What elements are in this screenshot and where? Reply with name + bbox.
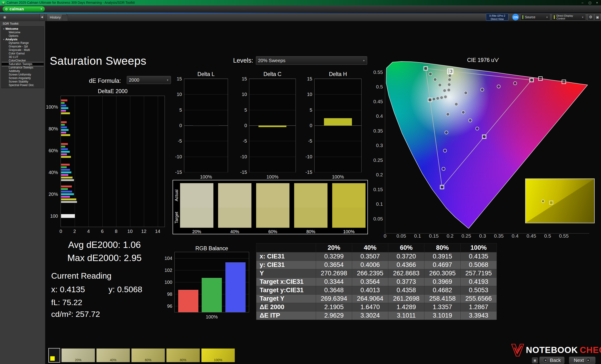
back-button[interactable]: ◄ Back xyxy=(540,357,564,364)
tree-item-colorchecker[interactable]: ColorChecker xyxy=(2,59,44,62)
swatch-columns: 20%40%60%80%100% xyxy=(173,180,367,234)
table-row-label: y: CIE31 xyxy=(256,261,316,269)
cie-zoom-inset xyxy=(525,179,595,223)
table-cell: 0.4358 xyxy=(388,286,424,295)
sidebar-collapse-button[interactable]: ◀ xyxy=(40,14,44,20)
maximize-button[interactable]: ▢ xyxy=(586,0,593,5)
pattern-window-button[interactable]: ▣ xyxy=(532,357,538,363)
measured-point xyxy=(444,95,447,98)
gridline xyxy=(184,157,228,157)
table-column-header xyxy=(256,243,316,252)
tree-item-dynamic-range[interactable]: Dynamic Range xyxy=(2,41,44,45)
tree-root-item[interactable]: ▾Analysis xyxy=(2,38,44,41)
pattern-thumbnail-20%[interactable]: 20% xyxy=(61,348,95,362)
measured-point xyxy=(440,96,443,99)
current-reading-dot xyxy=(449,70,451,72)
pattern-thumbnail-100%[interactable]: 100% xyxy=(201,348,235,362)
gridline xyxy=(315,125,361,126)
target-point xyxy=(562,80,566,84)
tree-item-welcome[interactable]: Welcome xyxy=(2,31,44,34)
pattern-thumbnail-80%[interactable]: 80% xyxy=(166,348,200,362)
table-row-label: x: CIE31 xyxy=(256,252,316,261)
cie-tick-label: 0.4 xyxy=(376,113,383,119)
table-row: Target x:CIE310.33440.35640.37730.39690.… xyxy=(256,278,497,286)
source-dropdown[interactable]: Source ▼ xyxy=(520,14,550,21)
tree-item-color-gamut[interactable]: Color Gamut xyxy=(2,52,44,55)
calman-gear-icon: ⚙ xyxy=(5,7,8,11)
tree-root-label: Analysis xyxy=(5,38,17,41)
tree-root-item[interactable]: ▾Welcome xyxy=(2,27,44,31)
delta-l-title: Delta L xyxy=(184,71,228,77)
de-bar xyxy=(61,201,77,203)
de-bar xyxy=(61,188,68,190)
tree-item-spectral-power-dist-[interactable]: Spectral Power Dist. xyxy=(2,84,44,87)
pattern-thumbnail-60%[interactable]: 60% xyxy=(131,348,165,362)
pattern-window-badge[interactable]: 235 xyxy=(512,14,519,20)
layout-expand-button[interactable]: ▣ xyxy=(594,14,601,21)
display-control-dropdown[interactable]: Direct Display Control ▼ xyxy=(552,14,586,21)
settings-gear-button[interactable]: ⚙ xyxy=(587,14,594,21)
measured-point xyxy=(464,91,467,95)
tree-expander-icon[interactable]: ▾ xyxy=(3,27,4,31)
tree-item-grayscale-multi[interactable]: Grayscale - Multi xyxy=(2,48,44,52)
de-bar xyxy=(61,105,66,106)
tree-item-3d-lut[interactable]: 3D LUT xyxy=(2,55,44,59)
tree-item-additivity[interactable]: Additivity xyxy=(2,69,44,73)
tree-item-saturation-sweeps[interactable]: Saturation Sweeps xyxy=(2,62,44,66)
home-icon[interactable]: ◉ xyxy=(2,14,8,20)
table-cell: 262.8683 xyxy=(388,269,424,278)
pattern-thumbnail-selected[interactable] xyxy=(48,348,60,363)
swatch-80%: 80% xyxy=(294,183,328,228)
measured-point xyxy=(461,111,465,114)
table-row: y: CIE310.36540.40060.43660.46970.5068 xyxy=(256,261,497,269)
swatch-label: 100% xyxy=(332,229,366,234)
pattern-thumbnail-40%[interactable]: 40% xyxy=(97,348,130,362)
de-bar xyxy=(61,121,67,123)
de-bar xyxy=(61,193,74,195)
de-bar xyxy=(61,151,70,153)
next-button[interactable]: Next ► xyxy=(569,357,595,364)
x-tick-label: 4 xyxy=(87,229,90,234)
table-cell: 1.6470 xyxy=(352,303,388,311)
delta-c-x-label: 100% xyxy=(249,174,296,180)
levels-dropdown[interactable]: 20% Sweeps ▼ xyxy=(256,56,367,65)
measured-point xyxy=(448,74,451,77)
tree-item-screen-angularity[interactable]: Screen Angularity xyxy=(2,77,44,80)
thumbnail-label: 40% xyxy=(97,358,130,362)
swatch-target xyxy=(218,208,251,228)
de-bar xyxy=(61,146,65,147)
table-cell: 0.4006 xyxy=(352,261,388,269)
cie-tick-label: 0.4 xyxy=(511,233,519,238)
table-row-label: Target y:CIE31 xyxy=(256,286,316,295)
measured-point xyxy=(469,119,472,122)
delta-c-title: Delta C xyxy=(249,71,296,77)
back-button-label: Back xyxy=(550,357,561,363)
value-bar xyxy=(259,125,286,127)
tree-item-options[interactable]: Options xyxy=(2,34,44,38)
pattern-swatch-icon xyxy=(50,356,55,361)
x-tick-label: 10 xyxy=(128,229,133,234)
swatch-label: 80% xyxy=(294,229,328,234)
table-cell: 0.4013 xyxy=(352,286,388,295)
tree-item-screen-uniformity[interactable]: Screen Uniformity xyxy=(2,73,44,77)
meter-button[interactable]: X-Rite i1Pro 2 Direct View xyxy=(486,14,509,21)
target-point xyxy=(424,67,428,70)
de-bar xyxy=(61,99,67,101)
avg-de2000-value: Avg dE2000: 1.06 xyxy=(52,240,157,250)
table-column-header: 20% xyxy=(316,243,352,252)
minimize-button[interactable]: – xyxy=(579,0,586,5)
tree-item-screen-stability[interactable]: Screen Stability xyxy=(2,80,44,84)
tree-item-grayscale-2pt[interactable]: Grayscale - 2pt xyxy=(2,45,44,48)
tree-expander-icon[interactable]: ▾ xyxy=(3,38,4,41)
tree-item-luminance-sweeps[interactable]: Luminance Sweeps xyxy=(2,66,44,69)
table-cell: 257.7195 xyxy=(461,269,497,278)
new-tab-stub[interactable] xyxy=(62,15,68,21)
calman-menu-button[interactable]: ⚙ calman ▼ xyxy=(2,6,45,12)
close-button[interactable]: × xyxy=(593,0,601,5)
chevron-down-icon: ▼ xyxy=(581,16,584,19)
de-formula-dropdown[interactable]: 2000 ▼ xyxy=(127,76,171,84)
chevron-down-icon: ▼ xyxy=(166,79,169,81)
x-tick-label: 6 xyxy=(101,229,103,234)
table-cell: 260.3095 xyxy=(424,269,461,278)
cie-tick-label: 0.3 xyxy=(479,233,486,238)
